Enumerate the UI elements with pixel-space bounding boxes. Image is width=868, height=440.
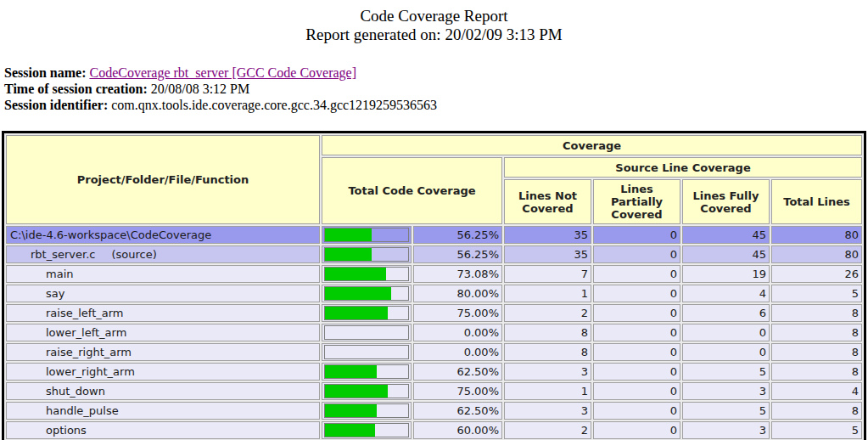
coverage-bar [325, 307, 388, 319]
coverage-bar-cell [322, 402, 412, 420]
table-row: lower_right_arm62.50%3058 [6, 363, 862, 381]
row-name-cell: raise_right_arm [6, 343, 320, 361]
total-lines-value: 8 [771, 324, 862, 341]
total-lines-value: 5 [771, 285, 862, 302]
row-name: raise_right_arm [46, 346, 132, 358]
row-name: handle_pulse [46, 404, 119, 417]
row-name-cell: raise_left_arm [6, 304, 320, 322]
lines-fully-covered-value: 45 [682, 245, 770, 263]
lines-partially-covered-value: 0 [593, 226, 680, 244]
coverage-gauge [324, 345, 409, 359]
coverage-gauge [324, 384, 409, 398]
row-name-cell: lower_left_arm [6, 324, 320, 341]
row-name-cell: lower_right_arm [6, 363, 320, 381]
coverage-bar [325, 268, 386, 280]
lines-partially-covered-value: 0 [593, 421, 680, 439]
coverage-percent-value: 0.00% [413, 343, 502, 361]
session-time-value: 20/08/08 3:12 PM [151, 82, 249, 96]
table-row: options60.00%2035 [6, 421, 862, 439]
row-name-cell: options [6, 421, 320, 439]
coverage-table: Project/Folder/File/Function Coverage To… [2, 131, 866, 440]
session-name-link[interactable]: CodeCoverage rbt_server [GCC Code Covera… [89, 65, 356, 80]
coverage-bar [325, 404, 377, 417]
coverage-bar [325, 287, 391, 300]
coverage-percent-value: 60.00% [413, 421, 502, 439]
lines-fully-covered-value: 3 [682, 382, 770, 400]
coverage-bar-cell [322, 363, 412, 381]
lines-not-covered-value: 35 [504, 245, 591, 263]
coverage-bar-cell [322, 382, 412, 400]
table-row: lower_left_arm0.00%8008 [6, 324, 862, 341]
coverage-bar-cell [322, 285, 412, 302]
session-info: Session name: CodeCoverage rbt_server [G… [4, 65, 868, 113]
total-lines-value: 8 [771, 304, 862, 322]
header-lines-not-covered: Lines Not Covered [504, 179, 591, 224]
row-name: say [46, 287, 64, 300]
coverage-bar-cell [322, 265, 412, 283]
lines-not-covered-value: 1 [504, 382, 591, 400]
coverage-percent-value: 80.00% [413, 285, 502, 302]
coverage-bar-cell [322, 245, 412, 263]
page-title: Code Coverage Report [0, 7, 868, 25]
session-time-line: Time of session creation: 20/08/08 3:12 … [4, 81, 868, 97]
row-name: C:\ide-4.6-workspace\CodeCoverage [10, 228, 211, 241]
coverage-bar [325, 365, 377, 378]
lines-fully-covered-value: 6 [682, 304, 770, 322]
session-id-label: Session identifier: [4, 98, 108, 112]
table-row: raise_right_arm0.00%8008 [6, 343, 862, 361]
header-total-lines: Total Lines [771, 179, 862, 224]
coverage-gauge [324, 228, 409, 242]
total-lines-value: 8 [771, 402, 862, 420]
row-name: raise_left_arm [46, 307, 124, 319]
coverage-bar [325, 424, 375, 437]
coverage-bar-cell [322, 304, 412, 322]
lines-not-covered-value: 2 [504, 304, 591, 322]
report-page: Code Coverage Report Report generated on… [0, 0, 868, 440]
coverage-bar [325, 248, 372, 261]
header-total-code-coverage: Total Code Coverage [322, 157, 502, 224]
lines-not-covered-value: 3 [504, 402, 591, 420]
coverage-gauge [324, 364, 409, 379]
row-name: rbt_server.c [31, 248, 95, 261]
lines-partially-covered-value: 0 [593, 343, 680, 361]
lines-fully-covered-value: 45 [682, 226, 770, 244]
total-lines-value: 26 [771, 265, 862, 283]
table-row: main73.08%701926 [6, 265, 862, 283]
table-row: say80.00%1045 [6, 285, 862, 302]
lines-not-covered-value: 3 [504, 363, 591, 381]
total-lines-value: 80 [771, 226, 862, 244]
header-lines-fully-covered: Lines Fully Covered [682, 179, 770, 224]
table-row: handle_pulse62.50%3058 [6, 402, 862, 420]
lines-not-covered-value: 8 [504, 343, 591, 361]
coverage-gauge [324, 403, 409, 418]
lines-not-covered-value: 35 [504, 226, 591, 244]
coverage-percent-value: 0.00% [413, 324, 502, 341]
lines-partially-covered-value: 0 [593, 265, 680, 283]
lines-fully-covered-value: 4 [682, 285, 770, 302]
coverage-gauge [324, 423, 409, 437]
table-row: C:\ide-4.6-workspace\CodeCoverage56.25%3… [6, 226, 862, 244]
lines-partially-covered-value: 0 [593, 304, 680, 322]
session-name-label: Session name: [4, 65, 86, 80]
coverage-percent-value: 56.25% [413, 226, 502, 244]
header-lines-partially-covered: Lines Partially Covered [593, 179, 680, 224]
report-title-block: Code Coverage Report Report generated on… [0, 7, 868, 44]
row-name: lower_left_arm [46, 326, 126, 339]
lines-not-covered-value: 8 [504, 324, 591, 341]
coverage-gauge [324, 325, 409, 340]
coverage-percent-value: 75.00% [413, 382, 502, 400]
session-id-value: com.qnx.tools.ide.coverage.core.gcc.34.g… [111, 98, 437, 112]
row-suffix: (source) [111, 248, 156, 261]
row-name-cell: say [6, 285, 320, 302]
coverage-bar-cell [322, 421, 412, 439]
table-row: rbt_server.c(source)56.25%3504580 [6, 245, 862, 263]
page-subtitle: Report generated on: 20/02/09 3:13 PM [0, 25, 868, 44]
total-lines-value: 5 [771, 421, 862, 439]
lines-partially-covered-value: 0 [593, 285, 680, 302]
coverage-bar [325, 385, 388, 398]
row-name-cell: shut_down [6, 382, 320, 400]
row-name-cell: main [6, 265, 320, 283]
coverage-percent-value: 62.50% [413, 363, 502, 381]
total-lines-value: 8 [771, 363, 862, 381]
row-name-cell: C:\ide-4.6-workspace\CodeCoverage [6, 226, 320, 244]
